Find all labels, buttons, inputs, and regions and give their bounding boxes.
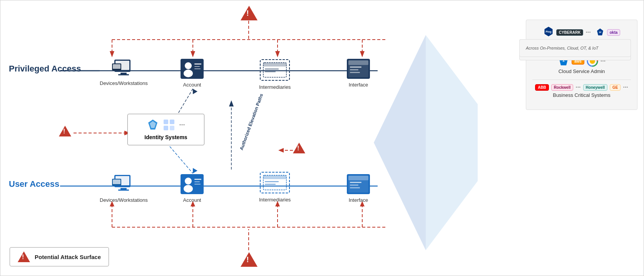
svg-rect-47 (263, 63, 286, 67)
user-account-box: Account (181, 174, 204, 203)
bizcs-dots2: ··· (623, 84, 628, 91)
ping-logo: Ping (543, 26, 554, 38)
svg-marker-20 (278, 148, 284, 153)
user-account-icon (181, 174, 204, 196)
top-warning (241, 6, 258, 22)
svg-marker-9 (360, 51, 365, 57)
ge-logo: GE (610, 84, 621, 91)
svg-rect-53 (350, 67, 361, 68)
svg-marker-14 (191, 88, 197, 94)
svg-line-15 (170, 146, 193, 173)
sailpoint-logo: SP (595, 28, 605, 37)
svg-rect-64 (120, 188, 127, 190)
priv-intermediaries-icon (259, 59, 290, 83)
svg-point-69 (185, 178, 192, 185)
priv-interface-box: Interface (347, 59, 370, 88)
identity-systems-box: ··· Identity Systems (127, 114, 204, 145)
svg-marker-85 (374, 35, 426, 250)
svg-rect-38 (113, 64, 120, 69)
bca-bizcs-label: Business Critical Systems (553, 92, 611, 98)
user-devices-label: Devices/Workstations (100, 197, 148, 203)
bizcs-dots1: ··· (575, 84, 580, 91)
priv-devices-icon (111, 59, 136, 79)
svg-rect-82 (350, 182, 361, 183)
prism-shape (374, 35, 478, 252)
svg-text:SP: SP (599, 31, 601, 33)
warning-icon-bottom (241, 252, 258, 267)
priv-account-box: Account (181, 59, 204, 88)
honeywell-logo: Honeywell (583, 84, 607, 91)
user-access-label: User Access (9, 179, 59, 189)
svg-point-41 (184, 70, 193, 77)
svg-rect-78 (265, 184, 276, 185)
svg-marker-5 (191, 51, 195, 57)
svg-rect-52 (348, 60, 368, 65)
svg-rect-44 (194, 68, 201, 69)
abb-logo: ABB (535, 84, 549, 91)
svg-rect-65 (118, 190, 129, 191)
priv-account-label: Account (183, 82, 201, 88)
identity-systems-label: Identity Systems (144, 134, 187, 140)
rockwell-logo: Rockwell (551, 84, 573, 91)
svg-rect-71 (194, 179, 201, 180)
cyberark-logo: CYBERARK (556, 29, 584, 36)
svg-rect-81 (348, 176, 368, 180)
bottom-warning (241, 252, 258, 268)
user-interface-icon (347, 174, 370, 196)
svg-rect-48 (265, 68, 279, 70)
svg-rect-35 (120, 73, 127, 74)
user-intermediaries-icon (259, 171, 290, 195)
svg-marker-16 (191, 168, 197, 175)
identity-dots: ··· (585, 29, 590, 36)
svg-rect-73 (194, 184, 201, 185)
user-devices-icon (111, 174, 136, 196)
priv-devices-box: Devices/Workstations (100, 59, 148, 86)
svg-rect-84 (350, 187, 360, 188)
main-container: Privileged Access Devices/Workstations (0, 0, 644, 276)
svg-rect-76 (263, 175, 286, 179)
svg-rect-77 (265, 181, 279, 182)
priv-interface-label: Interface (349, 82, 368, 88)
bca-panel: Business Critical Assets Across On-Premi… (526, 20, 637, 110)
svg-rect-58 (164, 120, 168, 124)
priv-devices-label: Devices/Workstations (100, 80, 148, 86)
warning-icon-right (293, 143, 305, 153)
svg-rect-54 (350, 69, 358, 70)
svg-point-70 (184, 185, 193, 193)
priv-intermediaries-label: Intermediaries (259, 84, 291, 90)
svg-rect-67 (113, 180, 120, 184)
priv-interface-icon (347, 59, 370, 80)
svg-point-40 (185, 62, 192, 69)
svg-marker-18 (229, 100, 234, 106)
bca-cloud-label: Cloud Service Admin (559, 68, 605, 74)
svg-rect-49 (265, 71, 276, 72)
bca-bizcs-logos: ABB Rockwell ··· Honeywell GE ··· (535, 84, 628, 91)
user-intermediaries-label: Intermediaries (259, 197, 291, 203)
warning-icon-legend (18, 251, 30, 262)
bca-subtitle: Across On-Premises, Cloud, OT, & IoT (519, 39, 631, 57)
warning-icon-top (241, 6, 258, 20)
bca-bizcs-section: ABB Rockwell ··· Honeywell GE ··· Busine… (532, 84, 631, 98)
svg-rect-72 (194, 181, 200, 182)
warning-icon-left (59, 126, 71, 136)
svg-rect-60 (164, 126, 168, 130)
svg-text:Ping: Ping (545, 30, 551, 33)
svg-marker-86 (426, 35, 478, 250)
user-devices-box: Devices/Workstations (100, 174, 148, 203)
user-interface-label: Interface (349, 197, 368, 203)
authorized-elevation-label: Authorized Elevation Paths (239, 109, 259, 151)
svg-rect-59 (170, 120, 174, 124)
privileged-access-label: Privileged Access (9, 64, 81, 74)
priv-account-icon (181, 59, 204, 80)
svg-rect-55 (350, 72, 360, 73)
user-account-label: Account (183, 197, 201, 203)
svg-marker-7 (275, 51, 280, 57)
svg-marker-3 (110, 51, 114, 57)
user-interface-box: Interface (347, 174, 370, 203)
svg-rect-61 (170, 126, 174, 130)
svg-rect-43 (194, 66, 200, 67)
legend-box: Potential Attack Surface (10, 247, 109, 266)
svg-rect-42 (194, 63, 201, 65)
priv-intermediaries-box: Intermediaries (259, 59, 291, 90)
left-warning (59, 126, 71, 138)
